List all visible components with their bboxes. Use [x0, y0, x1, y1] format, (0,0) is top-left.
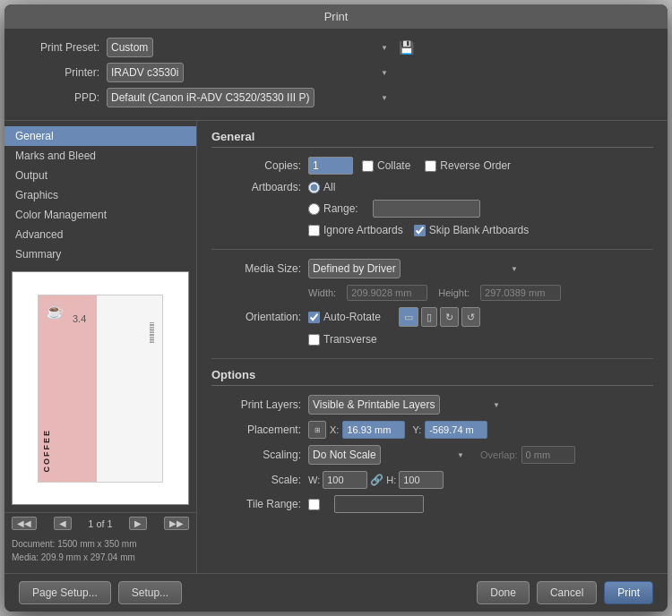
orientation-icons: ▭ ▯ ↻ ↺: [399, 307, 480, 327]
nav-item-color-management[interactable]: Color Management: [4, 205, 196, 225]
transverse-checkbox[interactable]: [308, 334, 320, 346]
media-section: Media Size: Defined by Driver Width: Hei…: [211, 249, 653, 346]
copies-options: Collate Reverse Order: [362, 159, 521, 172]
setup-button[interactable]: Setup...: [118, 581, 182, 604]
page-info: 1 of 1: [88, 518, 113, 529]
y-input[interactable]: [425, 421, 487, 439]
last-page-btn[interactable]: ▶▶: [164, 517, 189, 530]
save-preset-icon[interactable]: 💾: [399, 40, 414, 55]
scaling-row: Scaling: Do Not Scale Overlap:: [211, 445, 653, 465]
printer-label: Printer:: [19, 66, 99, 79]
range-radio-label[interactable]: Range:: [308, 202, 358, 215]
reverse-order-checkbox[interactable]: [425, 160, 436, 172]
range-radio[interactable]: [308, 203, 320, 215]
page-number-3-4: 3.4: [73, 313, 86, 324]
printer-select-wrapper: IRADV c3530i: [107, 63, 393, 82]
link-icon[interactable]: 🔗: [370, 474, 383, 486]
h-label: H:: [386, 475, 396, 485]
range-row: Range:: [211, 200, 653, 218]
nav-item-summary[interactable]: Summary: [4, 244, 196, 264]
tile-range-checkbox-label[interactable]: [308, 499, 323, 510]
wh-row: Width: Height:: [211, 285, 653, 301]
preview-inner: ☕ COFFEE 3.4 |||||||||||||||: [13, 272, 188, 504]
tile-range-checkbox[interactable]: [308, 499, 320, 510]
h-scale-input[interactable]: [399, 471, 444, 489]
scaling-select[interactable]: Do Not Scale: [308, 445, 381, 465]
nav-item-general[interactable]: General: [4, 126, 196, 146]
landscape-btn[interactable]: ▯: [421, 307, 437, 327]
page-left-panel: ☕ COFFEE: [39, 295, 97, 482]
prev-page-btn[interactable]: ◀: [54, 517, 72, 530]
nav-item-output[interactable]: Output: [4, 166, 196, 185]
transverse-label[interactable]: Transverse: [308, 333, 377, 346]
options-section: Options Print Layers: Visible & Printabl…: [211, 358, 653, 513]
media-size: Media: 209.9 mm x 297.04 mm: [12, 551, 189, 564]
overlap-input: [521, 446, 575, 464]
auto-rotate-checkbox[interactable]: [308, 312, 320, 323]
coffee-text: COFFEE: [42, 429, 51, 473]
rotate-ccw-btn[interactable]: ↺: [461, 307, 480, 327]
done-button[interactable]: Done: [477, 581, 530, 604]
print-layers-select[interactable]: Visible & Printable Layers: [308, 395, 440, 415]
doc-info: Document: 1500 mm x 350 mm Media: 209.9 …: [4, 534, 196, 568]
copies-input[interactable]: [308, 157, 353, 175]
print-dialog: Print Print Preset: Custom 💾 Printer: IR…: [4, 4, 668, 612]
coffee-icon: ☕: [46, 303, 64, 320]
height-label: Height:: [438, 287, 470, 298]
content-area: General Copies: Collate Reverse Order: [197, 121, 668, 573]
nav-item-marks-bleed[interactable]: Marks and Bleed: [4, 146, 196, 166]
nav-item-advanced[interactable]: Advanced: [4, 225, 196, 244]
page-nav-controls: ◀◀ ◀ 1 of 1 ▶ ▶▶: [4, 512, 196, 534]
range-input[interactable]: [373, 200, 480, 218]
media-size-select-wrapper: Defined by Driver: [308, 259, 523, 278]
width-height-row: Width: Height:: [308, 285, 561, 301]
all-radio-label[interactable]: All: [308, 181, 335, 193]
title-bar: Print: [4, 4, 668, 29]
ppd-select-wrapper: Default (Canon iR-ADV C3520/3530 III P): [107, 88, 393, 107]
general-section-title: General: [211, 130, 653, 148]
rotate-cw-btn[interactable]: ↻: [440, 307, 459, 327]
x-input[interactable]: [342, 421, 405, 439]
tile-range-label: Tile Range:: [211, 498, 301, 510]
document-size: Document: 1500 mm x 350 mm: [12, 537, 189, 551]
printer-select[interactable]: IRADV c3530i: [107, 63, 184, 82]
collate-checkbox[interactable]: [362, 160, 374, 172]
scale-row: Scale: W: 🔗 H:: [211, 471, 653, 489]
copies-row: Copies: Collate Reverse Order: [211, 157, 653, 175]
print-button[interactable]: Print: [604, 581, 653, 604]
first-page-btn[interactable]: ◀◀: [12, 517, 37, 530]
auto-rotate-label[interactable]: Auto-Rotate: [308, 311, 381, 323]
cancel-button[interactable]: Cancel: [537, 581, 597, 604]
artboard-options-row: Ignore Artboards Skip Blank Artboards: [211, 224, 653, 236]
placement-grid-icon[interactable]: ⊞: [308, 421, 326, 439]
width-label: Width:: [308, 287, 336, 298]
preview-box: ☕ COFFEE 3.4 |||||||||||||||: [12, 271, 189, 505]
skip-blank-label[interactable]: Skip Blank Artboards: [414, 224, 529, 236]
ignore-artboards-label[interactable]: Ignore Artboards: [308, 224, 403, 236]
sidebar: General Marks and Bleed Output Graphics …: [4, 121, 197, 573]
page-setup-button[interactable]: Page Setup...: [19, 581, 111, 604]
ppd-select[interactable]: Default (Canon iR-ADV C3520/3530 III P): [107, 88, 314, 107]
print-layers-select-wrapper: Visible & Printable Layers: [308, 395, 505, 415]
transverse-row: Transverse: [211, 333, 653, 346]
w-scale-input[interactable]: [323, 471, 367, 489]
collate-label[interactable]: Collate: [362, 159, 410, 172]
reverse-order-label[interactable]: Reverse Order: [425, 159, 511, 172]
ppd-row: PPD: Default (Canon iR-ADV C3520/3530 II…: [19, 88, 653, 107]
next-page-btn[interactable]: ▶: [129, 517, 147, 530]
all-radio[interactable]: [308, 182, 320, 193]
ignore-artboards-checkbox[interactable]: [308, 225, 320, 236]
width-input: [347, 285, 427, 301]
preset-select[interactable]: Custom: [107, 38, 153, 57]
artboards-label: Artboards:: [211, 181, 301, 193]
barcode-text: |||||||||||||||: [150, 322, 155, 343]
scaling-label: Scaling:: [211, 449, 301, 461]
portrait-btn[interactable]: ▭: [399, 307, 418, 327]
bottom-bar: Page Setup... Setup... Done Cancel Print: [4, 573, 668, 612]
printer-row: Printer: IRADV c3530i: [19, 63, 653, 82]
placement-row: Placement: ⊞ X: Y:: [211, 421, 653, 439]
nav-item-graphics[interactable]: Graphics: [4, 185, 196, 205]
y-label: Y:: [412, 424, 421, 435]
skip-blank-checkbox[interactable]: [414, 225, 426, 236]
media-size-select[interactable]: Defined by Driver: [308, 259, 401, 278]
